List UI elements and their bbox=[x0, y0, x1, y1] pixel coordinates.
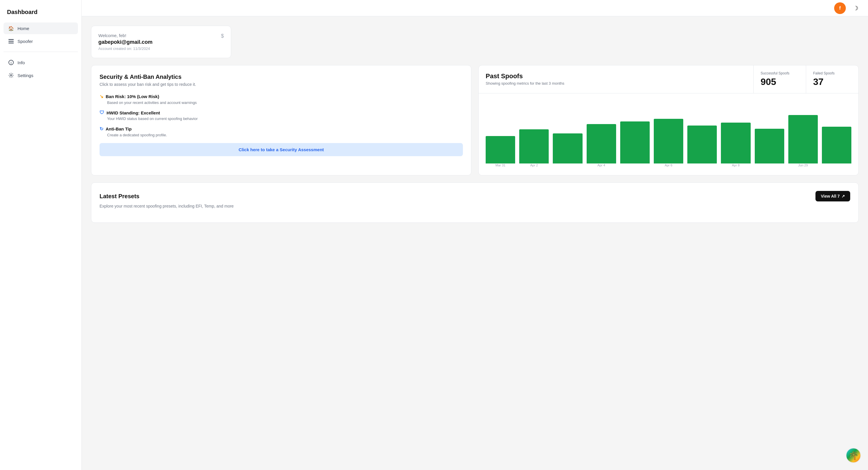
antiban-item: ↻ Anti-Ban Tip Create a dedicated spoofi… bbox=[99, 126, 463, 137]
view-all-arrow-icon: ↗ bbox=[841, 194, 845, 198]
antiban-title: ↻ Anti-Ban Tip bbox=[99, 126, 463, 132]
chart-label bbox=[822, 163, 851, 167]
svg-text:i: i bbox=[11, 61, 12, 64]
sidebar-item-home[interactable]: 🏠 Home bbox=[3, 23, 78, 34]
content-area: Welcome, feb! gabepoki@gmail.com Account… bbox=[82, 17, 868, 232]
chart-labels-row: Mar 31Apr 2Apr 4Apr 6Apr 8Jun 29 bbox=[486, 163, 851, 167]
welcome-text: Welcome, feb! gabepoki@gmail.com Account… bbox=[98, 33, 153, 51]
chart-area: Mar 31Apr 2Apr 4Apr 6Apr 8Jun 29 bbox=[479, 93, 858, 175]
chart-bar-group bbox=[788, 115, 818, 163]
chart-bar-group bbox=[553, 133, 582, 163]
hwid-item: 🛡 HWID Standing: Excellent Your HWID sta… bbox=[99, 110, 463, 121]
sidebar: Dashboard 🏠 Home Spoofer i bbox=[0, 0, 82, 470]
svg-rect-2 bbox=[8, 43, 14, 43]
chart-label bbox=[553, 163, 582, 167]
failed-spoofs-label: Failed Spoofs bbox=[813, 71, 851, 75]
chart-bar bbox=[822, 127, 851, 163]
top-bar: f ☽ bbox=[82, 0, 868, 17]
info-icon: i bbox=[8, 60, 14, 65]
sidebar-item-settings-label: Settings bbox=[18, 73, 33, 78]
presets-title: Latest Presets bbox=[99, 193, 140, 200]
sidebar-title: Dashboard bbox=[0, 6, 82, 23]
welcome-email: gabepoki@gmail.com bbox=[98, 39, 153, 45]
presets-card: Latest Presets View All 7 ↗ Explore your… bbox=[91, 183, 859, 223]
chart-label: Jun 29 bbox=[788, 163, 818, 167]
chart-label bbox=[755, 163, 784, 167]
view-all-button[interactable]: View All 7 ↗ bbox=[815, 191, 850, 201]
security-title: Security & Anti-Ban Analytics bbox=[99, 73, 463, 80]
chart-bar bbox=[519, 129, 549, 163]
svg-rect-1 bbox=[8, 41, 14, 42]
sidebar-item-settings[interactable]: Settings bbox=[3, 69, 78, 81]
chart-label: Apr 8 bbox=[721, 163, 750, 167]
svg-rect-0 bbox=[8, 39, 14, 40]
chart-label: Apr 2 bbox=[519, 163, 549, 167]
successful-spoofs-label: Successful Spoofs bbox=[761, 71, 799, 75]
chart-bar-group bbox=[721, 123, 750, 163]
chart-label bbox=[687, 163, 717, 167]
welcome-date: Account created on: 11/3/2024 bbox=[98, 46, 153, 51]
chart-bars bbox=[486, 99, 851, 163]
past-spoofs-card: Past Spoofs Showing spoofing metrics for… bbox=[478, 65, 859, 176]
ban-risk-icon: ↘ bbox=[99, 94, 103, 99]
chart-bar bbox=[721, 123, 750, 163]
svg-point-5 bbox=[10, 75, 12, 76]
sidebar-item-spoofer[interactable]: Spoofer bbox=[3, 35, 78, 47]
chart-bar-group bbox=[654, 119, 683, 163]
past-spoofs-title-area: Past Spoofs Showing spoofing metrics for… bbox=[479, 65, 753, 93]
chart-bar-group bbox=[519, 129, 549, 163]
welcome-card: Welcome, feb! gabepoki@gmail.com Account… bbox=[91, 26, 231, 58]
presets-subtitle: Explore your most recent spoofing preset… bbox=[99, 204, 850, 209]
sidebar-item-spoofer-label: Spoofer bbox=[18, 39, 33, 44]
globe-icon: 🌴 bbox=[846, 448, 860, 462]
refresh-icon: ↻ bbox=[99, 126, 103, 132]
chart-bar bbox=[486, 136, 515, 163]
chart-bar bbox=[620, 121, 650, 163]
past-spoofs-header: Past Spoofs Showing spoofing metrics for… bbox=[479, 65, 858, 93]
dark-mode-button[interactable]: ☽ bbox=[850, 3, 861, 13]
chart-label: Apr 6 bbox=[654, 163, 683, 167]
ban-risk-desc: Based on your recent activities and acco… bbox=[99, 100, 463, 105]
failed-spoofs-value: 37 bbox=[813, 76, 851, 87]
hwid-title: 🛡 HWID Standing: Excellent bbox=[99, 110, 463, 115]
globe-badge[interactable]: 🌴 bbox=[846, 448, 861, 463]
analytics-grid: Security & Anti-Ban Analytics Click to a… bbox=[91, 65, 859, 176]
welcome-greeting: Welcome, feb! bbox=[98, 33, 153, 38]
main-content: Welcome, feb! gabepoki@gmail.com Account… bbox=[82, 0, 868, 470]
home-icon: 🏠 bbox=[8, 25, 14, 31]
chart-bar bbox=[654, 119, 683, 163]
shield-icon: 🛡 bbox=[99, 110, 104, 115]
view-all-label: View All 7 bbox=[821, 194, 840, 198]
ban-risk-title: ↘ Ban Risk: 10% (Low Risk) bbox=[99, 94, 463, 99]
sidebar-item-home-label: Home bbox=[18, 26, 29, 31]
chart-bar-group bbox=[687, 126, 717, 163]
chart-bar bbox=[755, 129, 784, 163]
chart-bar bbox=[788, 115, 818, 163]
sidebar-item-info[interactable]: i Info bbox=[3, 57, 78, 68]
sidebar-nav: 🏠 Home Spoofer i Info bbox=[0, 23, 82, 81]
ban-risk-item: ↘ Ban Risk: 10% (Low Risk) Based on your… bbox=[99, 94, 463, 105]
sidebar-item-info-label: Info bbox=[18, 60, 25, 65]
assessment-button[interactable]: Click here to take a Security Assessment bbox=[99, 143, 463, 156]
chart-label: Apr 4 bbox=[587, 163, 616, 167]
chart-bar bbox=[553, 133, 582, 163]
presets-header: Latest Presets View All 7 ↗ bbox=[99, 191, 850, 201]
chart-label: Mar 31 bbox=[486, 163, 515, 167]
dollar-icon: $ bbox=[221, 33, 224, 39]
chart-bar bbox=[587, 124, 616, 163]
sidebar-divider bbox=[3, 52, 78, 52]
failed-spoofs-stat: Failed Spoofs 37 bbox=[806, 65, 858, 93]
settings-icon bbox=[8, 72, 14, 78]
chart-bar bbox=[687, 126, 717, 163]
security-card: Security & Anti-Ban Analytics Click to a… bbox=[91, 65, 471, 176]
chart-bar-group bbox=[822, 127, 851, 163]
chart-bar-group bbox=[587, 124, 616, 163]
user-avatar[interactable]: f bbox=[834, 2, 846, 14]
chart-bar-group bbox=[620, 121, 650, 163]
past-spoofs-title: Past Spoofs bbox=[486, 72, 746, 80]
security-subtitle: Click to assess your ban risk and get ti… bbox=[99, 82, 463, 87]
successful-spoofs-value: 905 bbox=[761, 76, 799, 87]
hwid-desc: Your HWID status based on current spoofi… bbox=[99, 117, 463, 121]
successful-spoofs-stat: Successful Spoofs 905 bbox=[753, 65, 806, 93]
spoofer-icon bbox=[8, 38, 14, 44]
